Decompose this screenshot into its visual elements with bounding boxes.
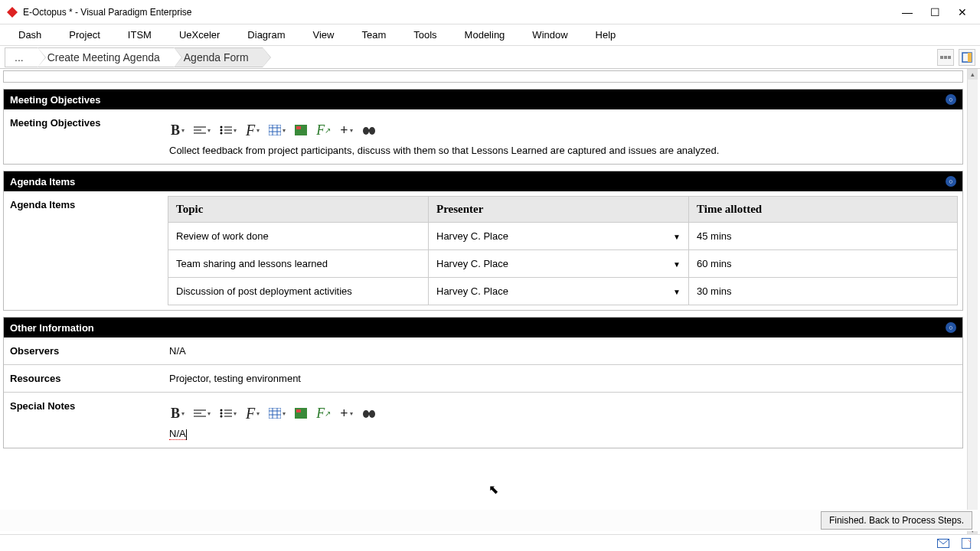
dropdown-caret-icon[interactable]: ▼ <box>673 232 681 240</box>
section-toggle-icon[interactable]: ○ <box>946 176 956 187</box>
menu-window[interactable]: Window <box>518 26 581 44</box>
layout-tool-icon[interactable] <box>937 49 954 66</box>
find-icon[interactable] <box>361 405 377 422</box>
svg-point-22 <box>363 127 369 135</box>
bold-icon[interactable]: B▾ <box>169 405 186 422</box>
note-icon[interactable] <box>960 538 972 549</box>
cell-presenter[interactable]: Harvey C. Place▼ <box>429 250 689 278</box>
cell-topic[interactable]: Review of work done <box>168 223 429 250</box>
menu-view[interactable]: View <box>299 26 348 44</box>
table-icon[interactable]: ▾ <box>267 122 287 139</box>
notes-content: B▾ ▾ ▾ F▾ ▾ F↗ +▾ N/A <box>163 393 962 448</box>
svg-rect-1 <box>940 56 943 59</box>
window-title: E-Octopus * - Visual Paradigm Enterprise <box>23 7 900 18</box>
section-header-objectives[interactable]: Meeting Objectives ○ <box>4 90 962 109</box>
breadcrumb-item-2[interactable]: Agenda Form <box>174 47 263 67</box>
close-button[interactable]: ✕ <box>956 5 969 19</box>
table-row[interactable]: Discussion of post deployment activities… <box>168 278 958 305</box>
observers-value[interactable]: N/A <box>163 337 962 364</box>
section-header-other[interactable]: Other Information ○ <box>4 318 962 337</box>
objectives-text[interactable]: Collect feedback from project participan… <box>169 145 956 156</box>
menu-uexceler[interactable]: UeXceler <box>165 26 234 44</box>
text-cursor <box>186 429 187 440</box>
table-header-row: Topic Presenter Time allotted <box>168 197 958 223</box>
resources-label: Resources <box>4 365 163 392</box>
minimize-button[interactable]: — <box>900 5 914 19</box>
breadcrumb-row: ... Create Meeting Agenda Agenda Form <box>0 46 980 69</box>
menu-tools[interactable]: Tools <box>400 26 450 44</box>
section-header-agenda[interactable]: Agenda Items ○ <box>4 171 962 191</box>
rich-text-toolbar: B▾ ▾ ▾ F▾ ▾ F↗ +▾ <box>169 400 956 428</box>
scrollbar[interactable]: ▴ ▾ <box>967 69 978 536</box>
svg-point-41 <box>363 410 369 418</box>
menu-team[interactable]: Team <box>348 26 400 44</box>
objectives-label: Meeting Objectives <box>4 109 163 164</box>
footer-bar: Finished. Back to Process Steps. <box>0 510 980 531</box>
breadcrumb-item-1[interactable]: Create Meeting Agenda <box>38 47 174 67</box>
image-icon[interactable] <box>293 405 309 422</box>
table-icon[interactable]: ▾ <box>267 405 287 422</box>
table-row[interactable]: Team sharing and lessons learned Harvey … <box>168 250 958 278</box>
cell-time[interactable]: 45 mins <box>689 223 958 250</box>
svg-rect-15 <box>269 125 281 135</box>
clear-format-icon[interactable]: F↗ <box>315 405 332 422</box>
svg-rect-34 <box>269 408 281 419</box>
clear-format-icon[interactable]: F↗ <box>315 122 332 139</box>
section-meeting-objectives: Meeting Objectives ○ Meeting Objectives … <box>3 89 963 165</box>
rich-text-toolbar: B▾ ▾ ▾ F▾ ▾ F↗ +▾ <box>169 117 956 145</box>
svg-rect-45 <box>962 538 970 548</box>
menu-modeling[interactable]: Modeling <box>451 26 519 44</box>
section-agenda-items: Agenda Items ○ Agenda Items Topic Presen… <box>3 171 963 311</box>
bold-icon[interactable]: B▾ <box>169 122 186 139</box>
cell-presenter[interactable]: Harvey C. Place▼ <box>429 278 689 305</box>
section-title: Other Information <box>10 322 94 334</box>
cell-time[interactable]: 60 mins <box>689 250 958 278</box>
app-icon <box>6 6 18 18</box>
font-icon[interactable]: F▾ <box>244 405 261 422</box>
section-title: Meeting Objectives <box>10 94 100 106</box>
resources-value[interactable]: Projector, testing environment <box>163 365 962 392</box>
list-icon[interactable]: ▾ <box>218 405 238 422</box>
dropdown-caret-icon[interactable]: ▼ <box>673 287 681 295</box>
section-toggle-icon[interactable]: ○ <box>946 322 956 333</box>
svg-point-23 <box>369 127 375 135</box>
font-icon[interactable]: F▾ <box>244 122 261 139</box>
svg-point-11 <box>220 129 223 132</box>
cell-topic[interactable]: Discussion of post deployment activities <box>168 278 429 305</box>
menu-itsm[interactable]: ITSM <box>114 26 165 44</box>
notes-value[interactable]: N/A <box>169 428 956 440</box>
col-time: Time allotted <box>689 197 958 223</box>
observers-label: Observers <box>4 337 163 364</box>
window-controls: — ☐ ✕ <box>900 5 974 19</box>
menu-help[interactable]: Help <box>582 26 630 44</box>
menu-project[interactable]: Project <box>55 26 113 44</box>
align-icon[interactable]: ▾ <box>192 405 212 422</box>
maximize-button[interactable]: ☐ <box>928 5 942 19</box>
svg-marker-0 <box>7 7 18 18</box>
menu-diagram[interactable]: Diagram <box>234 26 299 44</box>
list-icon[interactable]: ▾ <box>218 122 238 139</box>
agenda-label: Agenda Items <box>4 191 163 310</box>
image-icon[interactable] <box>293 122 309 139</box>
scroll-up-icon[interactable]: ▴ <box>968 69 978 80</box>
breadcrumb-ellipsis[interactable]: ... <box>5 47 38 67</box>
dropdown-caret-icon[interactable]: ▼ <box>673 259 681 268</box>
blank-input-strip[interactable] <box>3 70 963 83</box>
section-toggle-icon[interactable]: ○ <box>946 94 956 105</box>
mail-icon[interactable] <box>937 538 949 549</box>
col-presenter: Presenter <box>429 197 689 223</box>
panel-tool-icon[interactable] <box>959 49 975 66</box>
finish-button[interactable]: Finished. Back to Process Steps. <box>821 511 972 530</box>
cell-time[interactable]: 30 mins <box>689 278 958 305</box>
cell-presenter[interactable]: Harvey C. Place▼ <box>429 223 689 250</box>
insert-icon[interactable]: +▾ <box>338 405 354 422</box>
svg-point-32 <box>220 416 223 418</box>
menu-dash[interactable]: Dash <box>5 26 55 44</box>
align-icon[interactable]: ▾ <box>192 122 212 139</box>
find-icon[interactable] <box>361 122 377 139</box>
table-row[interactable]: Review of work done Harvey C. Place▼ 45 … <box>168 223 958 250</box>
svg-rect-24 <box>368 129 370 132</box>
insert-icon[interactable]: +▾ <box>338 122 354 139</box>
cell-topic[interactable]: Team sharing and lessons learned <box>168 250 429 278</box>
svg-point-9 <box>220 126 223 129</box>
